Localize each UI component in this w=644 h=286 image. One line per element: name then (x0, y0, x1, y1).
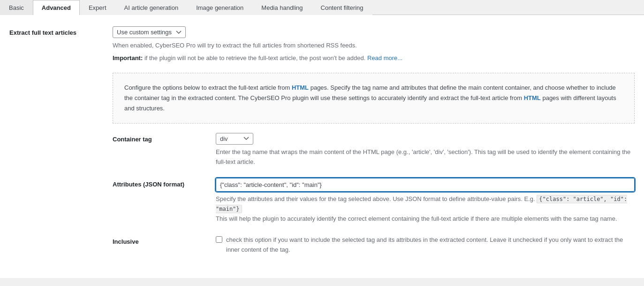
inclusive-checkbox[interactable] (216, 236, 222, 243)
inclusive-content: check this option if you want to include… (216, 235, 635, 255)
main-content: Extract full text articles Use custom se… (0, 15, 644, 278)
tab-content-filtering[interactable]: Content filtering (312, 0, 372, 15)
attributes-content: Specify the attributes and their values … (216, 178, 635, 224)
attributes-input[interactable] (216, 178, 635, 192)
tab-media-handling[interactable]: Media handling (252, 0, 311, 15)
tab-ai-article-generation[interactable]: AI article generation (115, 0, 188, 15)
tab-image-generation[interactable]: Image generation (187, 0, 252, 15)
container-tag-label: Container tag (113, 133, 216, 143)
extract-full-text-content: Use custom settingsEnableDisable When en… (113, 26, 635, 63)
extract-full-text-desc2: Important: if the plugin will not be abl… (113, 54, 635, 63)
inclusive-desc: check this option if you want to include… (226, 235, 635, 255)
container-tag-select[interactable]: divarticlesectionmainspan (216, 133, 253, 145)
inclusive-checkbox-row: check this option if you want to include… (216, 235, 635, 255)
attributes-label: Attributes (JSON format) (113, 178, 216, 188)
extract-full-text-label: Extract full text articles (9, 26, 113, 36)
info-dashed-box: Configure the options below to extract t… (113, 73, 635, 124)
attributes-desc: Specify the attributes and their values … (216, 194, 635, 224)
tab-advanced[interactable]: Advanced (33, 0, 80, 15)
read-more-link[interactable]: Read more... (367, 54, 402, 62)
dashed-box-text: Configure the options below to extract t… (124, 83, 623, 114)
tab-basic[interactable]: Basic (0, 0, 33, 15)
container-tag-row: Container tag divarticlesectionmainspan … (113, 133, 635, 167)
extract-full-text-row: Extract full text articles Use custom se… (9, 26, 635, 63)
attributes-row: Attributes (JSON format) Specify the att… (113, 178, 635, 224)
extract-full-text-select[interactable]: Use custom settingsEnableDisable (113, 26, 186, 38)
tabs-bar: BasicAdvancedExpertAI article generation… (0, 0, 644, 15)
inclusive-row: Inclusive check this option if you want … (113, 235, 635, 255)
inner-fields-container: Container tag divarticlesectionmainspan … (113, 133, 635, 255)
extract-full-text-desc1: When enabled, CyberSEO Pro will try to e… (113, 41, 635, 51)
tab-expert[interactable]: Expert (80, 0, 115, 15)
inclusive-label: Inclusive (113, 235, 216, 245)
container-tag-content: divarticlesectionmainspan Enter the tag … (216, 133, 635, 167)
container-tag-desc: Enter the tag name that wraps the main c… (216, 147, 635, 167)
